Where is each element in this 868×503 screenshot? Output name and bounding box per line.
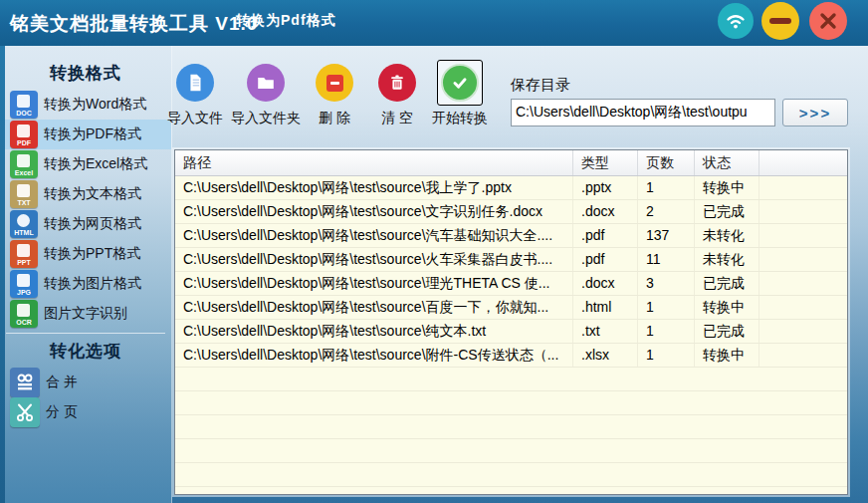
cell-type: .docx [573,200,638,223]
minimize-button[interactable] [761,2,799,40]
close-button[interactable] [809,2,847,40]
cell-status: 未转化 [695,224,760,247]
badge-label: DOC [10,110,38,118]
browse-button[interactable]: >>> [782,99,848,126]
sidebar-section-title-options: 转化选项 [0,336,171,368]
cell-pages: 1 [638,176,695,199]
toolbar-button-label: 导入文件 [157,110,233,127]
sidebar-item-convert-word[interactable]: DOC 转换为Word格式 [0,90,171,120]
titlebar: 铭美文档批量转换工具 V1.0 转换为Pdf格式 [0,0,868,46]
badge-label: OCR [10,319,38,327]
cell-type: .xlsx [573,344,638,367]
badge-label: JPG [10,289,38,297]
badge-label: PDF [10,139,38,147]
import-folder-button[interactable]: 导入文件夹 [228,64,304,127]
sidebar-divider [6,333,165,334]
sidebar-item-ocr[interactable]: OCR 图片文字识别 [0,299,171,329]
table-row[interactable]: C:\Users\dell\Desktop\网络\test\source\理光T… [175,272,847,296]
wifi-button[interactable] [718,3,754,39]
cell-pages: 1 [638,344,695,367]
cell-type: .txt [573,320,638,343]
table-row[interactable]: C:\Users\dell\Desktop\网络\test\source\纯文本… [175,320,847,344]
cell-path: C:\Users\dell\Desktop\网络\test\source\纯文本… [175,320,573,343]
sidebar-item-label: 转换为文本格式 [44,185,141,203]
minimize-icon [769,18,791,24]
wifi-icon [724,9,748,33]
column-header-extra [760,150,847,175]
sidebar-item-convert-ppt[interactable]: PPT 转换为PPT格式 [0,239,171,269]
pdf-format-icon: PDF [10,121,38,148]
cell-path: C:\Users\dell\Desktop\网络\test\source\理光T… [175,272,573,295]
cell-type: .pdf [573,248,638,271]
txt-format-icon: TXT [10,180,38,208]
table-row[interactable]: C:\Users\dell\Desktop\网络\test\source\文字识… [175,200,847,224]
cell-pages: 11 [638,248,695,271]
cell-path: C:\Users\dell\Desktop\网络\test\source\附件-… [175,344,573,367]
sidebar-item-split[interactable]: 分 页 [0,397,171,427]
import-file-icon [176,64,214,102]
sidebar-item-label: 图片文字识别 [44,305,127,323]
cell-status: 未转化 [695,248,760,271]
focus-outline [437,60,483,106]
import-file-button[interactable]: 导入文件 [157,64,233,127]
column-header-pages[interactable]: 页数 [638,150,695,175]
cell-type: .pdf [573,224,638,247]
save-dir-input[interactable] [511,99,775,126]
html-format-icon: HTML [10,210,38,238]
cell-status: 已完成 [695,272,760,295]
save-dir-label: 保存目录 [511,76,570,95]
word-format-icon: DOC [10,91,38,119]
layers-glyph [17,304,30,317]
table-row[interactable]: C:\Users\dell\Desktop\网络\test\source\汽车基… [175,224,847,248]
cell-pages: 137 [638,224,695,247]
mode-subtitle: 转换为Pdf格式 [236,12,336,30]
ppt-format-icon: PPT [10,240,38,268]
badge-label: HTML [10,229,38,237]
cell-status: 转换中 [695,176,760,199]
cell-type: .pptx [573,176,638,199]
cell-status: 已完成 [695,320,760,343]
cell-status: 转换中 [695,296,760,319]
table-row[interactable]: C:\Users\dell\Desktop\网络\test\source\火车采… [175,248,847,272]
table-row[interactable]: C:\Users\dell\Desktop\网络\test\source\我上学… [175,176,847,200]
sidebar-item-convert-image[interactable]: JPG 转换为图片格式 [0,269,171,299]
column-header-type[interactable]: 类型 [573,150,638,175]
window-left-edge [0,46,5,503]
pen-glyph [17,274,30,287]
start-convert-icon [441,64,479,102]
cell-pages: 1 [638,320,695,343]
file-table: 路径 类型 页数 状态 C:\Users\dell\Desktop\网络\tes… [174,149,848,495]
badge-label: PPT [10,259,38,267]
start-convert-button[interactable]: 开始转换 [422,64,498,127]
sidebar-item-convert-html[interactable]: HTML 转换为网页格式 [0,209,171,239]
app-title: 铭美文档批量转换工具 V1.0 [10,11,258,37]
sidebar-item-label: 分 页 [46,403,78,421]
import-folder-icon [247,64,285,102]
column-header-status[interactable]: 状态 [695,150,760,175]
sidebar-item-label: 转换为网页格式 [44,215,141,233]
sidebar-item-convert-pdf[interactable]: PDF 转换为PDF格式 [0,120,171,149]
column-header-path[interactable]: 路径 [175,150,573,175]
table-header-row: 路径 类型 页数 状态 [175,150,847,176]
sidebar-item-label: 转换为Excel格式 [44,155,147,173]
sidebar-section-title-formats: 转换格式 [0,58,171,90]
sidebar-item-convert-excel[interactable]: Excel 转换为Excel格式 [0,149,171,179]
jpg-format-icon: JPG [10,270,38,298]
cell-status: 转换中 [695,344,760,367]
sidebar-item-merge[interactable]: 合 并 [0,368,171,397]
toolbar-button-label: 开始转换 [422,110,498,127]
doc-glyph [17,184,30,197]
cell-path: C:\Users\dell\Desktop\网络\test\source\我上学… [175,176,573,199]
table-row[interactable]: C:\Users\dell\Desktop\网络\test\source\附件-… [175,344,847,368]
badge-label: TXT [10,199,38,207]
table-row[interactable]: C:\Users\dell\Desktop\网络\test\source\百度一… [175,296,847,320]
close-icon [816,9,840,33]
cell-pages: 2 [638,200,695,223]
doc-glyph [17,125,30,137]
cell-type: .docx [573,272,638,295]
excel-format-icon: Excel [10,150,38,178]
sidebar-item-convert-text[interactable]: TXT 转换为文本格式 [0,179,171,209]
clear-icon [378,64,416,102]
sidebar-item-label: 转换为PDF格式 [44,126,141,143]
cell-pages: 1 [638,296,695,319]
